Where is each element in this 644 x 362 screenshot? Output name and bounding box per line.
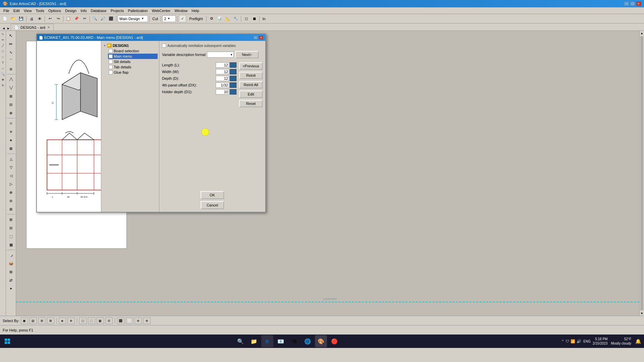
select-btn-4[interactable]: ⊠: [47, 317, 54, 324]
scroll-down-btn[interactable]: ▼: [640, 311, 644, 316]
menu-help[interactable]: Help: [190, 8, 201, 13]
scroll-up-btn[interactable]: ▲: [640, 31, 644, 36]
tree-item-board[interactable]: Board selection: [108, 48, 158, 54]
lpt-grid3[interactable]: ⬚: [6, 232, 16, 240]
tray-network[interactable]: 📶: [571, 339, 575, 344]
cut-button[interactable]: ✂: [81, 15, 88, 22]
print-button[interactable]: 🖨: [28, 15, 35, 22]
dialog-titlebar[interactable]: 📄 ECMA\ET_A01.75.00.03.ARD - Main menu […: [37, 34, 265, 41]
taskbar-search[interactable]: 🔍: [234, 335, 247, 347]
save-button[interactable]: 💾: [17, 15, 25, 22]
lt-rotate[interactable]: ↻: [0, 83, 6, 88]
menu-window[interactable]: Window: [172, 8, 190, 13]
number-dropdown[interactable]: 2 ▼: [162, 15, 176, 22]
holder-depth-color-btn[interactable]: [230, 89, 236, 95]
taskbar-edge[interactable]: e: [261, 335, 273, 347]
start-button[interactable]: [1, 335, 13, 347]
new-button[interactable]: 📄: [1, 15, 9, 22]
auto-reinit-checkbox[interactable]: [162, 44, 166, 48]
lt-rect[interactable]: □: [0, 49, 6, 54]
lpt-snap3[interactable]: ◈: [6, 136, 16, 144]
lpt-curve[interactable]: ∿: [6, 48, 16, 56]
taskbar-app1[interactable]: 🎨: [315, 335, 327, 347]
tree-root-design1[interactable]: ▼ 📁 DESIGN1: [103, 43, 158, 48]
tb-btn-d[interactable]: 🔧: [232, 15, 239, 22]
canvas-resize-handle[interactable]: [323, 298, 337, 300]
open-button[interactable]: 📂: [9, 15, 17, 22]
lpt-grid1[interactable]: ⊞: [6, 216, 16, 224]
lpt-grid4[interactable]: ▦: [6, 241, 16, 249]
menu-view[interactable]: View: [22, 8, 34, 13]
edit-button[interactable]: Edit: [239, 90, 263, 98]
lt-draw[interactable]: ✏: [0, 37, 6, 43]
width-color-btn[interactable]: [230, 69, 236, 74]
select-btn-13[interactable]: ⊕: [135, 317, 142, 324]
maximize-button[interactable]: □: [630, 1, 635, 6]
lpt-grid2[interactable]: ⊟: [6, 224, 16, 232]
lpt-shape3[interactable]: ⊞: [6, 92, 16, 100]
menu-tools[interactable]: Tools: [34, 8, 46, 13]
taskbar-files[interactable]: 📁: [248, 335, 260, 347]
tree-item-glue[interactable]: Glue flap: [108, 70, 158, 75]
menu-info[interactable]: Info: [78, 8, 89, 13]
close-button[interactable]: ✕: [636, 1, 641, 6]
width-input[interactable]: [216, 69, 229, 74]
prev-button[interactable]: <Previous: [239, 62, 263, 70]
tab-close-btn[interactable]: ✕: [47, 25, 50, 29]
menu-edit[interactable]: Edit: [11, 8, 22, 13]
lpt-shape2[interactable]: ╲╱: [6, 84, 16, 92]
select-btn-8[interactable]: ⬚: [88, 317, 95, 324]
menu-options[interactable]: Options: [46, 8, 63, 13]
reset-button[interactable]: Reset: [239, 100, 263, 107]
lpt-pencil[interactable]: ✏: [6, 40, 16, 48]
taskbar-chrome[interactable]: 🌐: [302, 335, 314, 347]
canvas-area[interactable]: D: [16, 31, 644, 316]
tb-btn-f[interactable]: ◼: [251, 15, 258, 22]
tree-item-tab[interactable]: Tab details: [108, 64, 158, 70]
lpt-tool5[interactable]: ⊗: [6, 188, 16, 196]
panel-offset-color-btn[interactable]: [230, 82, 236, 88]
lpt-pointer[interactable]: ↖: [6, 32, 16, 40]
lt-zoom[interactable]: 🔍: [0, 71, 6, 77]
paste-button[interactable]: 📌: [73, 15, 80, 22]
next-button[interactable]: Next>: [235, 51, 259, 58]
lpt-snap2[interactable]: ⊛: [6, 128, 16, 136]
tb-btn-e[interactable]: ◻: [243, 15, 250, 22]
lt-line[interactable]: ╱: [0, 43, 6, 48]
tray-shield[interactable]: 🛡: [566, 339, 569, 343]
select-btn-6[interactable]: ⊕: [67, 317, 75, 324]
copy-button[interactable]: 📋: [65, 15, 72, 22]
canvas-scrollbar-right[interactable]: ▲ ▼: [639, 31, 644, 316]
tray-volume[interactable]: 🔊: [577, 339, 581, 344]
notification-btn[interactable]: 🔔: [633, 337, 643, 346]
lpt-table[interactable]: ⊞: [6, 268, 16, 276]
clock[interactable]: 5:18 PM 2/15/2023: [593, 337, 608, 346]
lpt-shape5[interactable]: ⊕: [6, 109, 16, 117]
tab-design1[interactable]: 📄 DESIGN1 - ard ✕: [11, 24, 54, 31]
select-btn-9[interactable]: ▦: [97, 317, 104, 324]
tb-btn-c[interactable]: 📐: [224, 15, 231, 22]
select-btn-5[interactable]: ◈: [59, 317, 66, 324]
ok-button[interactable]: OK: [201, 191, 224, 199]
depth-input[interactable]: [216, 76, 229, 81]
panel-offset-input[interactable]: [216, 82, 229, 88]
tb-btn-a[interactable]: ⚙: [208, 15, 215, 22]
zoom-out-button[interactable]: 🔎: [99, 15, 107, 22]
cancel-button[interactable]: Cancel: [201, 201, 224, 209]
menu-file[interactable]: File: [1, 8, 11, 13]
select-btn-10[interactable]: ⊟: [105, 317, 113, 324]
select-btn-1[interactable]: ▣: [21, 317, 28, 324]
main-design-dropdown[interactable]: Main Design ▼: [118, 15, 148, 22]
lpt-snap1[interactable]: ⊙: [6, 119, 16, 127]
lpt-special[interactable]: ✦: [6, 285, 16, 293]
lpt-tool7[interactable]: ⊞: [6, 205, 16, 213]
undo-button[interactable]: ↩: [46, 15, 54, 22]
taskbar-store[interactable]: 🛍: [288, 335, 300, 347]
select-btn-3[interactable]: ⊞: [38, 317, 46, 324]
lpt-3d[interactable]: 🎲: [6, 251, 16, 259]
preflight-button[interactable]: Preflight: [187, 16, 205, 22]
lpt-tool2[interactable]: ▽: [6, 163, 16, 171]
holder-depth-input[interactable]: [216, 89, 229, 95]
reinit-all-button[interactable]: Reinit All: [239, 81, 263, 88]
reinit-button[interactable]: Reinit: [239, 72, 263, 79]
